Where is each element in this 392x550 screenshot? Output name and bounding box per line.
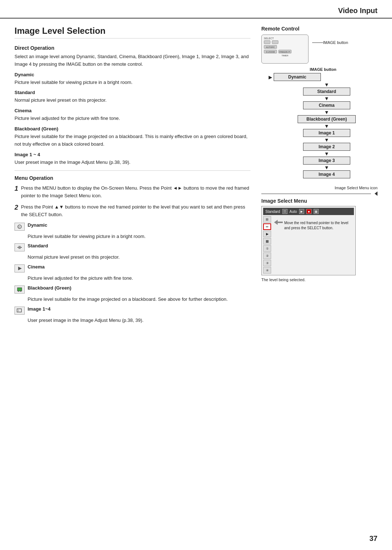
dynamic-icon: D: [15, 223, 25, 231]
autopc-btn: AUTOPC IMAGE: [264, 45, 277, 49]
page-number: 37: [369, 534, 377, 543]
flow-box-image2: Image 2: [303, 143, 350, 151]
menu-icon-note: Image Select Menu icon: [261, 186, 377, 190]
remote-control-heading: Remote Control: [261, 26, 377, 32]
icon-blackboard-label: Blackboard (Green): [28, 285, 72, 291]
remote-btn-1: [264, 40, 270, 44]
dynamic-heading: Dynamic: [15, 72, 250, 77]
menu-sidebar: ⊞ ⇔ ▶ ▩ ① ② ③ ④: [263, 216, 271, 274]
menu-side-icon-2: ⇔: [263, 223, 271, 230]
svg-text:D: D: [19, 226, 20, 228]
standard-heading: Standard: [15, 90, 250, 95]
icon-item-image14: 1 Image 1~4: [15, 306, 250, 315]
icon-standard-label: Standard: [28, 243, 48, 248]
menu-icon-line: [261, 194, 371, 194]
step-2-number: 2: [15, 203, 18, 212]
icon-blackboard-text: Picture level suitable for the image pro…: [28, 296, 250, 303]
cinema-icon: [15, 264, 25, 272]
menu-side-icon-5: ①: [263, 245, 271, 252]
svg-text:1: 1: [18, 309, 19, 312]
step-2-text: Press the Point ▲▼ buttons to move the r…: [21, 203, 250, 219]
flow-box-dynamic: Dynamic: [274, 73, 321, 81]
header: Video Input: [0, 0, 392, 19]
flow-arrow-4: ▼: [324, 124, 329, 129]
topbar-btn: Auto: [290, 210, 297, 214]
right-column: Remote Control SELECT AUTOPC IMAGE D.ZOO…: [261, 26, 377, 327]
step-1: 1 Press the MENU button to display the O…: [15, 185, 250, 200]
dynamic-text: Picture level suitable for viewing pictu…: [15, 79, 250, 86]
flow-arrow-7: ▼: [324, 165, 329, 170]
flow-box-image4: Image 4: [303, 170, 350, 178]
menu-operation-heading: Menu Operation: [15, 175, 250, 181]
icon-item-cinema: Cinema: [15, 264, 250, 272]
remote-control-section: Remote Control SELECT AUTOPC IMAGE D.ZOO…: [261, 26, 377, 178]
menu-side-icon-3: ▶: [263, 231, 271, 237]
icon-dynamic-text: Picture level suitable for viewing pictu…: [28, 233, 250, 240]
flow-start-arrow: ▶: [269, 74, 272, 80]
menu-icon-1: ☷: [282, 209, 287, 214]
menu-ui: Standard ☷ Auto ▶ ■ ▩ ⊞ ⇔ ▶ ▩ ①: [261, 206, 356, 275]
image14-text: User preset image in the Image Adjust Me…: [15, 159, 250, 166]
menu-icon-2: ▶: [299, 209, 304, 214]
remote-row-2: AUTOPC IMAGE: [264, 45, 306, 49]
icon-image14-text: User preset image in the Image Adjust Me…: [28, 317, 250, 324]
blackboard-text: Picture level suitable for the image pro…: [15, 133, 250, 148]
flow-arrow-2: ▼: [324, 96, 329, 101]
menu-side-icon-6: ②: [263, 252, 271, 259]
blackboard-icon: [15, 286, 25, 294]
header-title: Video Input: [338, 7, 377, 15]
direct-operation-heading: Direct Operation: [15, 45, 250, 51]
remote-diagram: SELECT AUTOPC IMAGE D.ZOOM FREEZE P-TIME…: [261, 35, 377, 64]
svg-marker-5: [18, 267, 22, 270]
image-btn-label: IMAGE button: [323, 40, 348, 45]
menu-body: ⊞ ⇔ ▶ ▩ ① ② ③ ④: [263, 216, 354, 274]
main-content: Image Level Selection Direct Operation S…: [0, 22, 392, 335]
step-1-text: Press the MENU button to display the On-…: [21, 185, 250, 200]
blackboard-heading: Blackboard (Green): [15, 126, 250, 132]
menu-icon-3: ■: [306, 209, 311, 214]
callout-arrow: [274, 220, 283, 226]
callout-line: [312, 43, 323, 43]
menu-side-icon-1: ⊞: [263, 216, 271, 223]
numbered-list: 1 Press the MENU button to display the O…: [15, 185, 250, 218]
menu-icon-arrowhead: [375, 191, 377, 196]
menu-heading: Image Select Menu: [261, 198, 377, 204]
icon-cinema-label: Cinema: [28, 264, 45, 270]
flow-arrow-6: ▼: [324, 151, 329, 156]
zoom-btn: D.ZOOM: [264, 50, 277, 53]
svg-rect-6: [17, 288, 22, 291]
step-1-number: 1: [15, 185, 18, 193]
icon-image14-label: Image 1~4: [28, 306, 50, 312]
callout-text: Move the red framed pointer to the level…: [284, 221, 352, 231]
menu-side-icon-7: ③: [263, 260, 271, 266]
direct-operation-text: Select an image level among Dynamic, Sta…: [15, 53, 250, 68]
flow-title: IMAGE button: [269, 67, 377, 72]
icon-item-standard: Standard: [15, 243, 250, 251]
icon-cinema-text: Picture level adjusted for the picture w…: [28, 275, 250, 282]
image-btn-callout: IMAGE button: [312, 40, 348, 45]
icon-dynamic-label: Dynamic: [28, 222, 47, 228]
flow-items: ▼ Standard ▼ Cinema ▼ Blackboard (Green)…: [276, 82, 377, 178]
topbar-label: Standard: [265, 210, 280, 214]
flow-box-cinema: Cinema: [303, 101, 350, 109]
step-2: 2 Press the Point ▲▼ buttons to move the…: [15, 203, 250, 219]
menu-side-icon-8: ④: [263, 267, 271, 274]
menu-icon-note-text: Image Select Menu icon: [335, 186, 377, 190]
flow-box-blackboard: Blackboard (Green): [298, 115, 356, 123]
flow-arrow-3: ▼: [324, 110, 329, 115]
divider: [15, 170, 250, 171]
menu-icon-arrow-row: [261, 191, 377, 196]
menu-side-icon-4: ▩: [263, 238, 271, 244]
image14-heading: Image 1 ~ 4: [15, 152, 250, 157]
flow-box-image3: Image 3: [303, 157, 350, 165]
flow-arrow-start: ▶ Dynamic: [269, 73, 377, 81]
callout-row: Move the red framed pointer to the level…: [274, 219, 352, 231]
svg-marker-11: [274, 220, 283, 225]
remote-row-1: [264, 40, 306, 44]
remote-btn-2: [272, 40, 278, 44]
image14-icon: 1: [15, 307, 25, 315]
menu-topbar: Standard ☷ Auto ▶ ■ ▩: [263, 208, 354, 215]
remote-box: SELECT AUTOPC IMAGE D.ZOOM FREEZE P-TIME…: [261, 35, 309, 64]
flow-arrow-1: ▼: [324, 82, 329, 87]
menu-section: Image Select Menu icon Image Select Menu…: [261, 186, 377, 282]
